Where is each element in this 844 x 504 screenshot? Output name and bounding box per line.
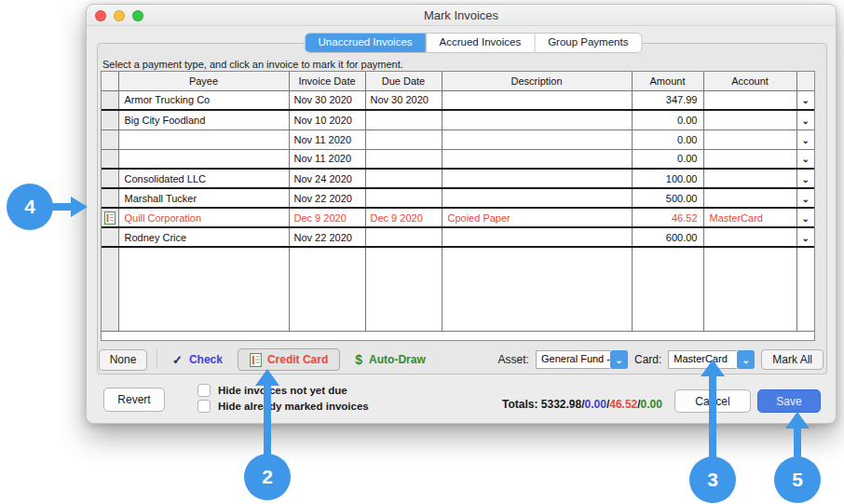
cell-account[interactable]	[703, 149, 796, 169]
hide-marked-checkbox[interactable]	[197, 400, 211, 413]
cell-payee[interactable]	[118, 129, 289, 149]
row-marker-cell[interactable]	[102, 169, 118, 188]
save-button[interactable]: Save	[757, 389, 821, 413]
card-combo-dropdown-button[interactable]: ⌄	[737, 350, 755, 369]
table-row[interactable]: Quill Corporation Dec 9 2020 Dec 9 2020 …	[102, 208, 814, 227]
cell-payee[interactable]: Big City Foodland	[118, 110, 289, 129]
cell-amount[interactable]: 500.00	[632, 188, 703, 208]
table-row[interactable]: Consolidated LLC Nov 24 2020 100.00 ⌄	[102, 169, 814, 188]
cell-amount[interactable]: 100.00	[632, 169, 703, 188]
cell-account[interactable]	[703, 129, 796, 149]
account-dropdown-cell[interactable]: ⌄	[796, 227, 814, 247]
tab-accrued-invoices[interactable]: Accrued Invoices	[427, 34, 536, 52]
payment-none-button[interactable]: None	[99, 349, 147, 371]
cell-account[interactable]	[703, 169, 796, 188]
account-dropdown-cell[interactable]: ⌄	[796, 110, 814, 129]
cell-payee[interactable]: Rodney Crice	[118, 227, 289, 247]
asset-combo[interactable]: General Fund - 1... ⌄	[536, 350, 628, 369]
table-row[interactable]: Nov 11 2020 0.00 ⌄	[102, 129, 814, 149]
cell-payee[interactable]: Marshall Tucker	[118, 188, 289, 208]
cell-due-date[interactable]	[365, 188, 442, 208]
cell-invoice-date[interactable]: Nov 10 2020	[289, 110, 365, 129]
cell-due-date[interactable]	[365, 169, 442, 188]
row-marker-cell[interactable]	[102, 227, 118, 247]
tab-unaccrued-invoices[interactable]: Unaccrued Invoices	[306, 34, 427, 52]
totals-text: Totals: 5332.98/0.00/46.52/0.00	[502, 398, 662, 411]
asset-combo-dropdown-button[interactable]: ⌄	[610, 350, 628, 369]
hide-marked-row: Hide already marked invoices	[197, 400, 369, 413]
cell-amount[interactable]: 0.00	[632, 110, 703, 129]
cell-invoice-date[interactable]: Nov 11 2020	[289, 129, 365, 149]
cell-account[interactable]	[703, 90, 796, 110]
tab-group-payments[interactable]: Group Payments	[535, 34, 641, 52]
cell-payee[interactable]: Consolidated LLC	[118, 169, 289, 188]
cell-due-date[interactable]	[365, 129, 442, 149]
cell-description[interactable]	[442, 149, 632, 169]
cell-description[interactable]: Cpoied Paper	[442, 208, 632, 227]
row-marker-cell[interactable]	[102, 208, 118, 227]
table-row[interactable]: Marshall Tucker Nov 22 2020 500.00 ⌄	[102, 188, 814, 208]
mark-all-button[interactable]: Mark All	[761, 349, 824, 370]
cell-invoice-date[interactable]: Nov 30 2020	[289, 90, 365, 110]
cell-amount[interactable]: 347.99	[632, 90, 703, 110]
cell-payee[interactable]	[118, 149, 289, 169]
cell-payee[interactable]: Quill Corporation	[118, 208, 289, 227]
account-dropdown-cell[interactable]: ⌄	[796, 188, 814, 208]
payment-credit-card-button[interactable]: Credit Card	[238, 348, 340, 371]
cell-due-date[interactable]: Nov 30 2020	[365, 90, 442, 110]
cell-invoice-date[interactable]: Nov 11 2020	[289, 149, 365, 169]
cell-description[interactable]	[442, 110, 632, 129]
window-title: Mark Invoices	[87, 8, 836, 22]
annotation-arrow	[48, 203, 73, 211]
payment-auto-draw-button[interactable]: $ Auto-Draw	[349, 349, 430, 370]
cell-account[interactable]: MasterCard	[703, 208, 796, 227]
cell-amount[interactable]: 46.52	[632, 208, 703, 227]
table-row[interactable]: Big City Foodland Nov 10 2020 0.00 ⌄	[102, 110, 814, 129]
chevron-down-icon: ⌄	[802, 233, 810, 243]
divider	[157, 350, 157, 369]
account-dropdown-cell[interactable]: ⌄	[796, 149, 814, 169]
check-icon: ✓	[172, 353, 183, 367]
account-dropdown-cell[interactable]: ⌄	[796, 90, 814, 110]
cell-account[interactable]	[703, 110, 796, 129]
cell-description[interactable]	[442, 227, 632, 247]
row-marker-cell[interactable]	[102, 149, 118, 169]
row-marker-cell[interactable]	[102, 110, 118, 129]
cell-due-date[interactable]	[365, 110, 442, 129]
annotation-arrow	[264, 385, 271, 456]
cell-amount[interactable]: 600.00	[632, 227, 703, 247]
cell-description[interactable]	[442, 188, 632, 208]
cell-due-date[interactable]: Dec 9 2020	[365, 208, 442, 227]
account-dropdown-cell[interactable]: ⌄	[796, 169, 814, 188]
hide-not-due-checkbox[interactable]	[197, 384, 211, 397]
cell-invoice-date[interactable]: Nov 22 2020	[289, 188, 365, 208]
revert-button[interactable]: Revert	[103, 388, 165, 412]
row-marker-cell[interactable]	[102, 90, 118, 110]
cell-due-date[interactable]	[365, 149, 442, 169]
table-row[interactable]: Rodney Crice Nov 22 2020 600.00 ⌄	[102, 227, 814, 247]
table-header-row: Payee Invoice Date Due Date Description …	[102, 72, 814, 90]
cell-invoice-date[interactable]: Nov 24 2020	[289, 169, 365, 188]
row-marker-cell[interactable]	[102, 188, 118, 208]
cell-payee[interactable]: Armor Trucking Co	[118, 90, 289, 110]
cell-invoice-date[interactable]: Dec 9 2020	[289, 208, 365, 227]
table-row[interactable]: Nov 11 2020 0.00 ⌄	[102, 149, 814, 169]
table-row[interactable]: Armor Trucking Co Nov 30 2020 Nov 30 202…	[102, 90, 814, 110]
cell-description[interactable]	[442, 169, 632, 188]
total-credit-card: 46.52	[609, 398, 637, 411]
header-invoice-date: Invoice Date	[289, 72, 365, 90]
cell-amount[interactable]: 0.00	[632, 129, 703, 149]
cell-amount[interactable]: 0.00	[632, 149, 703, 169]
cell-description[interactable]	[442, 129, 632, 149]
account-dropdown-cell[interactable]: ⌄	[796, 208, 814, 227]
cell-invoice-date[interactable]: Nov 22 2020	[289, 227, 365, 247]
account-dropdown-cell[interactable]: ⌄	[796, 129, 814, 149]
cell-account[interactable]	[703, 188, 796, 208]
cell-due-date[interactable]	[365, 227, 442, 247]
title-bar[interactable]: Mark Invoices	[87, 5, 836, 26]
cell-description[interactable]	[442, 90, 632, 110]
row-marker-cell[interactable]	[102, 129, 118, 149]
payment-check-button[interactable]: ✓ Check	[167, 350, 228, 370]
cell-account[interactable]	[703, 227, 796, 247]
chevron-down-icon: ⌄	[802, 174, 810, 184]
